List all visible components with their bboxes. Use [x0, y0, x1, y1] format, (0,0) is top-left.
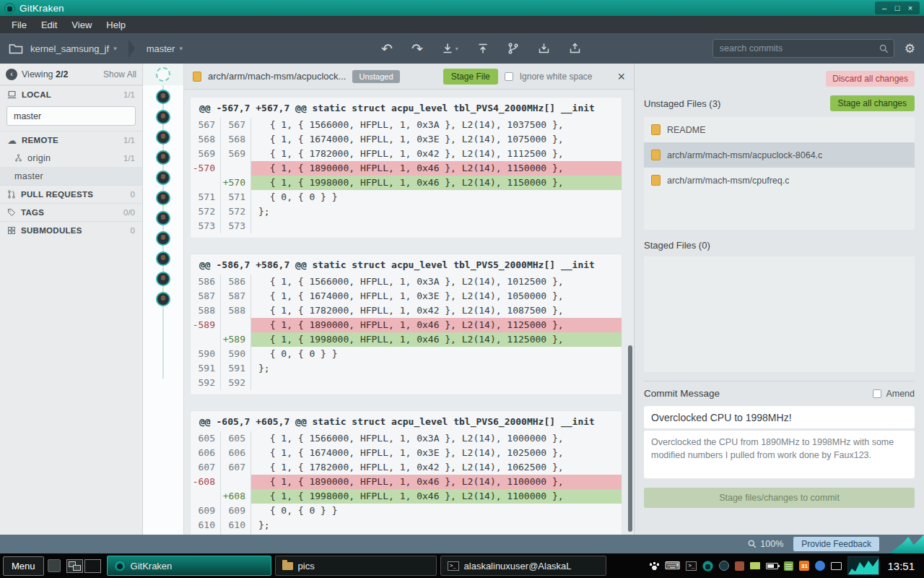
show-desktop-button[interactable]	[48, 559, 61, 572]
diff-line[interactable]: 609609 { 0, { 0 } }	[191, 504, 622, 518]
stage-all-changes-button[interactable]: Stage all changes	[830, 95, 915, 111]
remote-origin-item[interactable]: origin 1/1	[0, 149, 142, 167]
wip-node-row[interactable]	[143, 64, 183, 85]
commit-avatar[interactable]	[156, 211, 170, 225]
stage-file-button[interactable]: Stage File	[443, 69, 498, 85]
diff-line[interactable]: 587587 { 1, { 1674000, HFPLL, 1, 0x3E },…	[191, 289, 622, 303]
sidebar-remote-header[interactable]: ☁ REMOTE 1/1	[0, 131, 142, 149]
workspace-1[interactable]	[66, 559, 83, 573]
commit-button[interactable]: Stage files/changes to commit	[644, 488, 915, 508]
push-button[interactable]	[477, 43, 489, 54]
pull-button[interactable]: ▾	[442, 43, 458, 54]
repo-breadcrumb[interactable]: kernel_samsung_jf ▾	[30, 43, 117, 54]
commit-summary-input[interactable]: Overclocked CPU to 1998MHz!	[644, 406, 915, 428]
sidebar-submodules[interactable]: SUBMODULES 0	[0, 221, 142, 239]
keyboard-tray-icon[interactable]: ⌨	[665, 561, 681, 571]
diff-line[interactable]: 571571 { 0, { 0 } }	[191, 190, 622, 204]
ignore-whitespace-checkbox[interactable]	[505, 72, 513, 81]
diff-line[interactable]: +570 { 1, { 1998000, HFPLL, 1, 0x46 }, L…	[191, 176, 622, 190]
task-pics[interactable]: pics	[275, 556, 437, 576]
diff-line[interactable]: 610610};	[191, 518, 622, 532]
undo-button[interactable]: ↶	[381, 42, 393, 56]
battery-tray-icon[interactable]	[766, 563, 778, 569]
close-diff-button[interactable]: ×	[617, 70, 625, 83]
stash-button[interactable]	[538, 43, 550, 54]
commit-avatar[interactable]	[156, 130, 170, 144]
blue-app-tray-icon[interactable]	[815, 561, 825, 571]
commit-avatar[interactable]	[156, 292, 170, 306]
package-tray-icon[interactable]	[735, 561, 744, 571]
diff-line[interactable]: 567567 { 1, { 1566000, HFPLL, 1, 0x3A },…	[191, 118, 622, 132]
commit-avatar[interactable]	[156, 251, 170, 266]
commit-avatar[interactable]	[156, 191, 170, 205]
paw-tray-icon[interactable]	[650, 562, 659, 570]
remote-branch-item[interactable]: master	[0, 167, 142, 185]
commit-avatar[interactable]	[156, 272, 170, 286]
terminal-tray-icon[interactable]: >_	[686, 561, 697, 571]
branch-breadcrumb[interactable]: master ▾	[147, 43, 183, 54]
commit-avatar[interactable]	[156, 171, 170, 185]
close-button[interactable]: ×	[904, 2, 917, 14]
unstaged-file-row[interactable]: arch/arm/mach-msm/cpufreq.c	[644, 168, 915, 193]
commit-avatar[interactable]	[156, 110, 170, 124]
show-all-link[interactable]: Show All	[103, 69, 136, 79]
diff-line[interactable]: 586586 { 1, { 1566000, HFPLL, 1, 0x3A },…	[191, 275, 622, 289]
commit-avatar[interactable]	[156, 150, 170, 165]
discard-all-changes-button[interactable]: Discard all changes	[826, 71, 915, 87]
commit-avatar[interactable]	[156, 231, 170, 246]
menu-edit[interactable]: Edit	[34, 18, 64, 32]
folder-tray-icon[interactable]	[750, 562, 760, 569]
diff-scrollbar-thumb[interactable]	[628, 345, 632, 532]
diff-line[interactable]: 605605 { 1, { 1566000, HFPLL, 1, 0x3A },…	[191, 431, 622, 446]
pull-options-caret[interactable]: ▾	[456, 46, 458, 52]
diff-line[interactable]: +608 { 1, { 1998000, HFPLL, 1, 0x46 }, L…	[191, 489, 622, 504]
menu-file[interactable]: File	[4, 18, 34, 32]
diff-line[interactable]: 588588 { 1, { 1782000, HFPLL, 1, 0x42 },…	[191, 303, 622, 318]
local-branch-item[interactable]: master	[6, 106, 136, 126]
sidebar-pull-requests[interactable]: PULL REQUESTS 0	[0, 185, 142, 203]
calendar-tray-icon[interactable]: 31	[799, 561, 809, 571]
diff-line[interactable]: +589 { 1, { 1998000, HFPLL, 1, 0x46 }, L…	[191, 332, 622, 347]
gitkraken-tray-icon[interactable]	[702, 561, 713, 571]
start-menu-button[interactable]: Menu	[3, 556, 44, 576]
diff-line[interactable]: -570 { 1, { 1890000, HFPLL, 1, 0x46 }, L…	[191, 161, 622, 176]
commit-avatar[interactable]	[156, 90, 170, 104]
diff-line[interactable]: 590590 { 0, { 0 } }	[191, 347, 622, 361]
pop-stash-button[interactable]	[569, 43, 581, 54]
diff-line[interactable]: -608 { 1, { 1890000, HFPLL, 1, 0x46 }, L…	[191, 475, 622, 489]
branch-button[interactable]	[507, 43, 519, 54]
menu-view[interactable]: View	[64, 18, 99, 32]
diff-line[interactable]: 573573	[191, 219, 622, 233]
app-tray-icon[interactable]	[719, 561, 729, 571]
task-terminal[interactable]: >_ alaskalinuxuser@AlaskaL	[440, 556, 606, 576]
diff-line[interactable]: 568568 { 1, { 1674000, HFPLL, 1, 0x3E },…	[191, 132, 622, 147]
unstaged-file-row[interactable]: arch/arm/mach-msm/acpuclock-8064.c	[644, 142, 915, 168]
maximize-button[interactable]: □	[891, 2, 904, 14]
sidebar-local-header[interactable]: LOCAL 1/1	[0, 85, 142, 103]
amend-checkbox[interactable]	[873, 389, 881, 398]
unstaged-file-row[interactable]: README	[644, 117, 915, 142]
open-repo-folder-icon[interactable]	[9, 43, 23, 54]
menu-help[interactable]: Help	[99, 18, 133, 32]
diff-line[interactable]: 606606 { 1, { 1674000, HFPLL, 1, 0x3E },…	[191, 446, 622, 460]
provide-feedback-button[interactable]: Provide Feedback	[793, 537, 879, 551]
search-icon[interactable]	[879, 44, 889, 56]
workspace-2[interactable]	[84, 559, 101, 573]
task-gitkraken[interactable]: GitKraken	[107, 556, 271, 576]
diff-line[interactable]: -589 { 1, { 1890000, HFPLL, 1, 0x46 }, L…	[191, 318, 622, 332]
diff-line[interactable]: 607607 { 1, { 1782000, HFPLL, 1, 0x42 },…	[191, 460, 622, 475]
sidebar-tags[interactable]: TAGS 0/0	[0, 203, 142, 221]
display-tray-icon[interactable]	[831, 562, 842, 570]
search-commits-input[interactable]	[713, 40, 894, 57]
notes-tray-icon[interactable]	[784, 561, 793, 571]
settings-gear-icon[interactable]: ⚙	[905, 43, 915, 55]
redo-button[interactable]: ↷	[411, 42, 423, 56]
commit-description-input[interactable]: Overclocked the CPU from 1890MHz to 1998…	[644, 431, 915, 478]
minimize-button[interactable]: –	[878, 2, 891, 14]
taskbar-clock[interactable]: 13:51	[887, 560, 915, 572]
collapse-panel-button[interactable]: ‹	[6, 69, 17, 80]
diff-line[interactable]: 569569 { 1, { 1782000, HFPLL, 1, 0x42 },…	[191, 147, 622, 161]
diff-line[interactable]: 591591};	[191, 361, 622, 376]
diff-line[interactable]: 572572};	[191, 204, 622, 219]
diff-line[interactable]: 592592	[191, 376, 622, 390]
